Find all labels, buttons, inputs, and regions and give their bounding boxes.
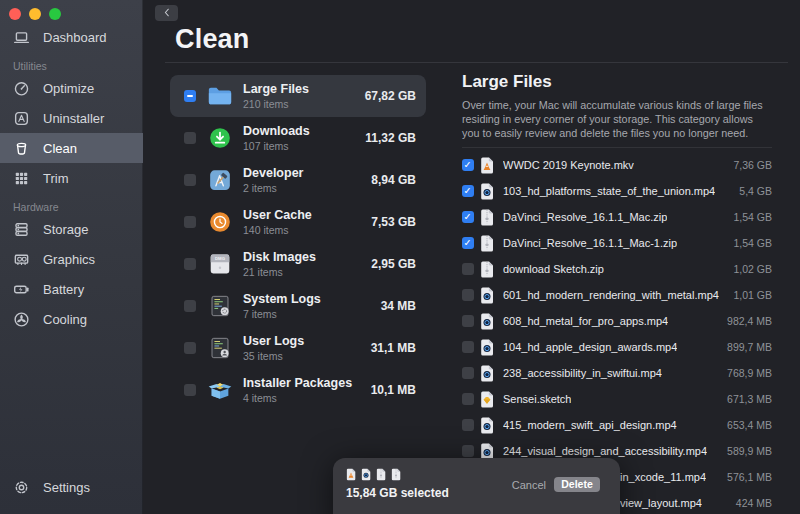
file-size: 7,36 GB (727, 159, 772, 171)
file-name: Sensei.sketch (503, 393, 571, 405)
minimize-window-button[interactable] (29, 8, 41, 20)
file-name: 244_visual_design_and_accessibility.mp4 (503, 445, 707, 457)
sidebar-item-label: Cooling (43, 312, 87, 327)
file-checkbox[interactable] (462, 341, 474, 353)
mp4-file-icon (480, 365, 494, 382)
category-list: Large Files210 items67,82 GBDownloads107… (170, 75, 426, 411)
clock-icon (207, 210, 233, 234)
file-checkbox[interactable] (462, 445, 474, 457)
category-checkbox[interactable] (184, 300, 196, 312)
mp4-file-icon (480, 417, 494, 434)
category-checkbox[interactable] (184, 384, 196, 396)
category-checkbox[interactable] (184, 342, 196, 354)
chevron-left-icon (162, 6, 172, 21)
category-row-installer-packages[interactable]: Installer Packages4 items10,1 MB (170, 369, 426, 411)
file-name: 601_hd_modern_rendering_with_metal.mp4 (503, 289, 719, 301)
category-name: Installer Packages (243, 376, 352, 390)
file-name: view_layout.mp4 (620, 497, 702, 509)
sidebar-item-optimize[interactable]: Optimize (0, 73, 143, 103)
delete-button[interactable]: Delete (554, 477, 600, 492)
file-row[interactable]: Sensei.sketch671,3 MB (462, 386, 772, 412)
category-name: User Cache (243, 208, 312, 222)
file-checkbox[interactable] (462, 185, 474, 197)
sidebar-item-cooling[interactable]: Cooling (0, 304, 143, 334)
file-size: 589,9 MB (721, 445, 772, 457)
category-name: Developer (243, 166, 303, 180)
selection-file-icons (346, 468, 401, 481)
category-count: 35 items (243, 350, 304, 362)
sidebar-item-storage[interactable]: Storage (0, 214, 143, 244)
file-row[interactable]: DaVinci_Resolve_16.1.1_Mac-1.zip1,54 GB (462, 230, 772, 256)
sidebar-item-clean[interactable]: Clean (0, 133, 143, 163)
category-size: 7,53 GB (365, 215, 416, 229)
file-name: 104_hd_apple_design_awards.mp4 (503, 341, 677, 353)
file-checkbox[interactable] (462, 263, 474, 275)
file-row[interactable]: DaVinci_Resolve_16.1.1_Mac.zip1,54 GB (462, 204, 772, 230)
category-row-user-cache[interactable]: User Cache140 items7,53 GB (170, 201, 426, 243)
category-count: 210 items (243, 98, 309, 110)
category-checkbox[interactable] (184, 174, 196, 186)
category-row-disk-images[interactable]: DMGDisk Images21 items2,95 GB (170, 243, 426, 285)
back-button[interactable] (155, 5, 178, 21)
file-checkbox[interactable] (462, 367, 474, 379)
category-text: User Cache140 items (243, 208, 312, 235)
category-row-downloads[interactable]: Downloads107 items11,32 GB (170, 117, 426, 159)
category-row-user-logs[interactable]: User Logs35 items31,1 MB (170, 327, 426, 369)
file-row[interactable]: 601_hd_modern_rendering_with_metal.mp41,… (462, 282, 772, 308)
sidebar-item-label: Uninstaller (43, 111, 104, 126)
selection-bar: 15,84 GB selected Cancel Delete (333, 458, 620, 514)
category-size: 34 MB (375, 299, 416, 313)
file-row[interactable]: 608_hd_metal_for_pro_apps.mp4982,4 MB (462, 308, 772, 334)
file-row[interactable]: 238_accessibility_in_swiftui.mp4768,9 MB (462, 360, 772, 386)
file-checkbox[interactable] (462, 289, 474, 301)
sidebar-item-trim[interactable]: Trim (0, 163, 143, 193)
category-row-system-logs[interactable]: System Logs7 items34 MB (170, 285, 426, 327)
sidebar-item-settings[interactable]: Settings (0, 472, 143, 502)
file-row[interactable]: download Sketch.zip1,02 GB (462, 256, 772, 282)
mp4-file-icon (480, 313, 494, 330)
gauge-icon (13, 80, 30, 97)
category-checkbox[interactable] (184, 216, 196, 228)
category-row-large-files[interactable]: Large Files210 items67,82 GB (170, 75, 426, 117)
zoom-window-button[interactable] (49, 8, 61, 20)
category-checkbox[interactable] (184, 90, 196, 102)
app-window: DashboardUtilitiesOptimizeUninstallerCle… (0, 0, 800, 514)
file-checkbox[interactable] (462, 237, 474, 249)
file-name: DaVinci_Resolve_16.1.1_Mac.zip (503, 211, 667, 223)
category-size: 2,95 GB (365, 257, 416, 271)
category-checkbox[interactable] (184, 132, 196, 144)
file-checkbox[interactable] (462, 393, 474, 405)
file-checkbox[interactable] (462, 211, 474, 223)
category-name: Downloads (243, 124, 310, 138)
sidebar-item-label: Storage (43, 222, 89, 237)
close-window-button[interactable] (9, 8, 21, 20)
file-row[interactable]: 104_hd_apple_design_awards.mp4899,7 MB (462, 334, 772, 360)
syslog-icon (207, 294, 233, 318)
category-row-developer[interactable]: Developer2 items8,94 GB (170, 159, 426, 201)
category-text: Installer Packages4 items (243, 376, 352, 403)
file-row[interactable]: WWDC 2019 Keynote.mkv7,36 GB (462, 152, 772, 178)
mp4-file-icon (480, 339, 494, 356)
sidebar-section-label: Utilities (13, 60, 143, 73)
package-icon (207, 378, 233, 402)
userlog-icon (207, 336, 233, 360)
category-name: Disk Images (243, 250, 316, 264)
sidebar-item-uninstaller[interactable]: Uninstaller (0, 103, 143, 133)
category-size: 8,94 GB (365, 173, 416, 187)
cancel-button[interactable]: Cancel (512, 479, 546, 491)
category-size: 11,32 GB (359, 131, 416, 145)
detail-separator (462, 147, 772, 148)
file-checkbox[interactable] (462, 315, 474, 327)
category-checkbox[interactable] (184, 258, 196, 270)
file-checkbox[interactable] (462, 159, 474, 171)
sidebar-item-battery[interactable]: Battery (0, 274, 143, 304)
file-size: 1,54 GB (727, 237, 772, 249)
file-size: 768,9 MB (721, 367, 772, 379)
sidebar-item-dashboard[interactable]: Dashboard (0, 22, 143, 52)
file-row[interactable]: 415_modern_swift_api_design.mp4653,4 MB (462, 412, 772, 438)
file-checkbox[interactable] (462, 419, 474, 431)
file-row[interactable]: 103_hd_platforms_state_of_the_union.mp45… (462, 178, 772, 204)
sidebar-item-graphics[interactable]: Graphics (0, 244, 143, 274)
file-size: 576,1 MB (721, 471, 772, 483)
sidebar-item-label: Optimize (43, 81, 94, 96)
